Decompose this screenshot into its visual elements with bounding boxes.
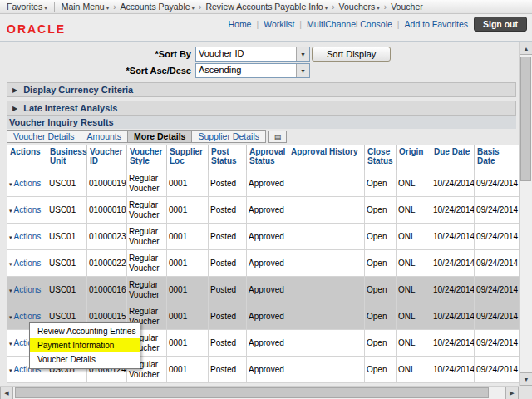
cell-basis-date: 09/24/2014 <box>475 303 520 330</box>
cell-origin: ONL <box>397 170 431 197</box>
row-actions-link[interactable]: ▾Actions <box>9 259 41 268</box>
cell-business-unit: USC01 <box>47 197 87 224</box>
row-actions-link[interactable]: ▾Actions <box>9 285 41 294</box>
tab-voucher-details[interactable]: Voucher Details <box>7 130 81 143</box>
scroll-left-button[interactable]: ◀ <box>0 387 13 399</box>
sort-by-select[interactable]: Voucher ID ▼ <box>195 47 310 62</box>
dropdown-arrow-icon: ▼ <box>296 47 309 61</box>
breadcrumb-item-accounts-payable[interactable]: Accounts Payable▾ <box>121 2 195 12</box>
actions-caret-icon: ▾ <box>9 367 12 373</box>
cell-close-status: Open <box>365 303 397 330</box>
horizontal-scroll-thumb[interactable] <box>15 387 489 398</box>
cell-due-date: 10/24/2014 <box>431 277 475 303</box>
cell-due-date: 10/24/2014 <box>431 224 475 250</box>
scroll-right-button[interactable]: ▶ <box>505 387 519 399</box>
breadcrumb-separator-icon: › <box>384 2 387 12</box>
sort-by-row: *Sort By Voucher ID ▼ <box>0 47 310 62</box>
scroll-down-button[interactable]: ▼ <box>520 372 532 386</box>
breadcrumb-item-main-menu[interactable]: Main Menu▾ <box>62 2 109 12</box>
cell-post-status: Posted <box>209 197 247 224</box>
cell-origin: ONL <box>397 330 431 357</box>
sort-asc-desc-select[interactable]: Ascending ▼ <box>195 63 310 78</box>
results-tabs: Voucher DetailsAmountsMore DetailsSuppli… <box>7 130 266 143</box>
cell-approval-history <box>288 197 365 224</box>
cell-supplier-loc: 0001 <box>167 303 209 330</box>
cell-voucher-id: 01000016 <box>87 277 127 303</box>
sort-display-button[interactable]: Sort Display <box>312 47 391 62</box>
cell-supplier-loc: 0001 <box>167 250 209 277</box>
utility-link-home[interactable]: Home <box>228 19 251 29</box>
cell-supplier-loc: 0001 <box>167 357 209 383</box>
cell-close-status: Open <box>365 250 397 277</box>
utility-link-add-to-favorites[interactable]: Add to Favorites <box>405 19 468 29</box>
cell-post-status: Posted <box>209 277 247 303</box>
utility-link-worklist[interactable]: Worklist <box>264 19 294 29</box>
cell-approval-history <box>288 250 365 277</box>
scrollbar-corner <box>519 386 532 399</box>
cell-supplier-loc: 0001 <box>167 224 209 250</box>
results-title: Voucher Inquiry Results <box>7 116 516 129</box>
column-header-basis-date: Basis Date <box>475 145 520 170</box>
menu-item-payment-information[interactable]: Payment Information <box>30 338 140 352</box>
cell-basis-date: 09/24/2014 <box>475 277 520 303</box>
cell-business-unit: USC01 <box>47 224 87 250</box>
chevron-down-icon: ▾ <box>106 5 110 11</box>
cell-basis-date: 09/24/2014 <box>475 170 520 197</box>
column-header-actions: Actions <box>7 145 47 170</box>
table-row: ▾ActionsUSC0101000016Regular Voucher0001… <box>7 277 520 303</box>
row-actions-link[interactable]: ▾Actions <box>9 312 41 321</box>
cell-supplier-loc: 0001 <box>167 277 209 303</box>
column-header-voucher-id: Voucher ID <box>87 145 127 170</box>
cell-voucher-id: 01000018 <box>87 197 127 224</box>
menu-item-voucher-details[interactable]: Voucher Details <box>30 352 140 367</box>
vertical-scroll-thumb[interactable] <box>520 57 531 181</box>
row-actions-link[interactable]: ▾Actions <box>9 179 41 188</box>
breadcrumb-item-review-accounts-payable-info[interactable]: Review Accounts Payable Info▾ <box>205 2 328 12</box>
actions-caret-icon: ▾ <box>9 314 12 320</box>
vertical-scrollbar[interactable]: ▲ ▼ <box>519 42 532 386</box>
cell-voucher-style: Regular Voucher <box>127 170 167 197</box>
cell-actions: ▾Actions <box>7 277 47 303</box>
breadcrumb-item-favorites[interactable]: Favorites▾ <box>7 2 47 12</box>
tab-amounts[interactable]: Amounts <box>81 130 128 143</box>
breadcrumb-item-voucher[interactable]: Voucher <box>391 2 423 12</box>
expand-arrow-icon: ▶ <box>12 105 17 112</box>
cell-approval-status: Approved <box>247 250 288 277</box>
cell-origin: ONL <box>397 197 431 224</box>
cell-origin: ONL <box>397 277 431 303</box>
horizontal-scrollbar[interactable]: ◀ ▶ <box>0 386 519 399</box>
link-separator: | <box>256 19 259 29</box>
cell-approval-status: Approved <box>247 303 288 330</box>
expand-arrow-icon: ▶ <box>12 86 17 94</box>
section-display-currency-criteria[interactable]: ▶ Display Currency Criteria <box>7 82 516 97</box>
sign-out-button[interactable]: Sign out <box>474 17 527 32</box>
cell-close-status: Open <box>365 224 397 250</box>
cell-basis-date: 09/24/2014 <box>475 197 520 224</box>
sort-by-label: *Sort By <box>0 49 191 59</box>
breadcrumb-separator-icon: › <box>199 2 201 12</box>
scroll-up-button[interactable]: ▲ <box>520 42 532 55</box>
cell-basis-date: 09/24/2014 <box>475 250 520 277</box>
cell-voucher-style: Regular Voucher <box>127 197 167 224</box>
show-all-columns-icon[interactable]: ▤ <box>268 131 287 143</box>
cell-approval-history <box>288 170 365 197</box>
actions-caret-icon: ▾ <box>9 234 12 240</box>
breadcrumb-item-vouchers[interactable]: Vouchers▾ <box>339 2 380 12</box>
cell-post-status: Posted <box>209 224 247 250</box>
column-header-origin: Origin <box>397 145 431 170</box>
sort-asc-desc-label: *Sort Asc/Desc <box>0 66 191 76</box>
section-late-interest-analysis[interactable]: ▶ Late Interest Analysis <box>7 101 516 116</box>
row-actions-link[interactable]: ▾Actions <box>9 205 41 214</box>
cell-actions: ▾Actions <box>7 224 47 250</box>
tab-more-details[interactable]: More Details <box>127 130 192 143</box>
column-header-post-status: Post Status <box>209 145 247 170</box>
utility-link-multichannel-console[interactable]: MultiChannel Console <box>307 19 392 29</box>
tab-supplier-details[interactable]: Supplier Details <box>191 130 266 143</box>
cell-supplier-loc: 0001 <box>167 330 209 357</box>
cell-basis-date: 09/24/2014 <box>475 224 520 250</box>
menu-item-review-accounting-entries[interactable]: Review Accounting Entries <box>30 324 140 338</box>
sort-asc-desc-value: Ascending <box>196 64 296 77</box>
cell-actions: ▾Actions <box>7 197 47 224</box>
cell-voucher-style: Regular Voucher <box>127 224 167 250</box>
row-actions-link[interactable]: ▾Actions <box>9 232 41 241</box>
